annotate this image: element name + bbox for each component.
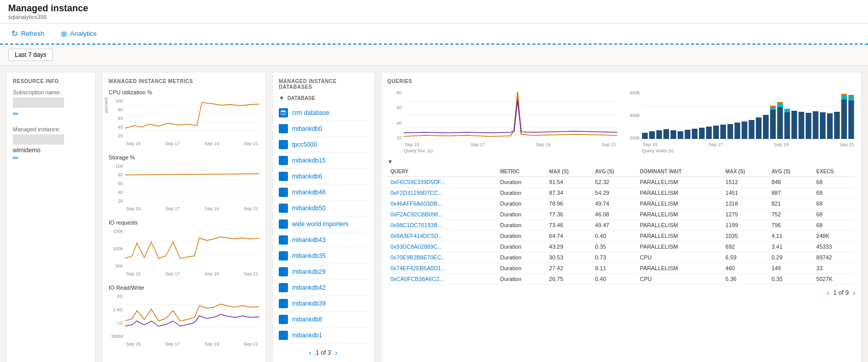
svg-rect-57 bbox=[848, 96, 854, 100]
list-item[interactable]: mibankdb46 bbox=[279, 185, 368, 200]
waits-y-label: Query Waits (s) bbox=[642, 148, 856, 153]
list-item[interactable]: mibankdb50 bbox=[279, 200, 368, 216]
max-s: 26.75 bbox=[546, 274, 592, 285]
table-header-row: ▼ bbox=[387, 158, 855, 165]
db-name: mibankdb50 bbox=[292, 205, 325, 212]
list-item[interactable]: crm database bbox=[279, 105, 368, 121]
svg-rect-30 bbox=[692, 129, 697, 139]
list-item[interactable]: mibankdb0 bbox=[279, 121, 368, 137]
list-item[interactable]: mibankdb6 bbox=[279, 169, 368, 185]
execs: 68 bbox=[813, 220, 855, 231]
col-avg-s: AVG (S) bbox=[592, 167, 636, 177]
wait-avg: 821 bbox=[769, 198, 813, 209]
cpu-y-label: percent bbox=[104, 97, 109, 113]
table-row[interactable]: 0x8A3EF414DC5D... Duration 64.74 0.40 PA… bbox=[387, 231, 855, 242]
db-item-icon bbox=[279, 315, 288, 324]
table-row[interactable]: 0xF2D31199D7CC... Duration 87.34 54.29 P… bbox=[387, 188, 855, 198]
time-range-button[interactable]: Last 7 days bbox=[8, 49, 53, 61]
col-query: QUERY bbox=[387, 167, 497, 177]
subscription-value bbox=[13, 97, 64, 108]
svg-rect-38 bbox=[749, 120, 754, 139]
db-column-label: DATABASE bbox=[287, 95, 315, 101]
list-item[interactable]: mibankdb15 bbox=[279, 153, 368, 169]
table-row[interactable]: 0x46AFF6A603DB... Duration 78.96 49.74 P… bbox=[387, 198, 855, 209]
list-item[interactable]: mibankdb42 bbox=[279, 280, 368, 296]
db-name: mibankdb46 bbox=[292, 189, 325, 196]
list-item[interactable]: wide world importers bbox=[279, 216, 368, 232]
list-item[interactable]: tpcc5000 bbox=[279, 137, 368, 153]
list-item[interactable]: mibankdb8 bbox=[279, 312, 368, 328]
io-requests-chart-container: IO requests 150k100k50k Sep 15Sep 17Sep … bbox=[109, 219, 259, 276]
managed-instance-group: Managed instance: wimidemo ✏ bbox=[13, 126, 89, 162]
list-item[interactable]: mibankdb1 bbox=[279, 328, 368, 344]
svg-rect-24 bbox=[649, 131, 654, 139]
svg-rect-25 bbox=[656, 130, 662, 139]
wait-avg: 0.35 bbox=[769, 274, 813, 285]
dur-y-axis: 80604020 bbox=[387, 89, 402, 140]
dominant-wait: PARALLELISM bbox=[637, 231, 722, 242]
subscription-edit-icon[interactable]: ✏ bbox=[13, 110, 19, 118]
storage-chart-title: Storage % bbox=[109, 154, 259, 160]
databases-panel: MANAGED INSTANCE DATABASES ▼ DATABASE cr… bbox=[272, 72, 375, 362]
resource-info-title: RESOURCE INFO bbox=[13, 78, 89, 84]
max-s: 77.36 bbox=[546, 209, 592, 220]
svg-rect-36 bbox=[734, 123, 740, 139]
db-item-icon bbox=[279, 124, 288, 133]
avg-s: 49.47 bbox=[592, 220, 636, 231]
db-name: mibankdb35 bbox=[292, 252, 325, 259]
refresh-button[interactable]: ↻ Refresh bbox=[8, 27, 48, 41]
db-item-icon bbox=[279, 219, 288, 229]
db-item-icon bbox=[279, 299, 288, 308]
db-prev-page-button[interactable]: ‹ bbox=[309, 349, 312, 357]
wait-avg: 4.11 bbox=[769, 231, 813, 242]
io-chart-svg bbox=[125, 228, 259, 269]
query-hash: 0x74EF42EB5A0D1... bbox=[387, 263, 497, 274]
execs: 45333 bbox=[813, 242, 855, 252]
metrics-title: MANAGED INSTANCE METRICS bbox=[109, 78, 259, 84]
list-item[interactable]: mibankdb43 bbox=[279, 232, 368, 248]
table-row[interactable]: 0xF2AC92CBB098... Duration 77.36 46.08 P… bbox=[387, 209, 855, 220]
db-item-icon bbox=[279, 331, 288, 340]
max-s: 73.46 bbox=[546, 220, 592, 231]
toolbar: ↻ Refresh ⊞ Analytics bbox=[0, 24, 868, 45]
queries-next-page-button[interactable]: › bbox=[853, 289, 855, 297]
table-row[interactable]: 0x93DC8A02889C... Duration 43.29 0.35 PA… bbox=[387, 242, 855, 252]
db-next-page-button[interactable]: › bbox=[335, 349, 338, 357]
table-row[interactable]: 0xCA0FCB38A6C2... Duration 26.75 0.40 CP… bbox=[387, 274, 855, 285]
managed-instance-value-box bbox=[13, 134, 64, 145]
metric: Duration bbox=[497, 188, 546, 198]
queries-prev-page-button[interactable]: ‹ bbox=[827, 289, 830, 297]
io-rw-chart-title: IO Read/Write bbox=[109, 285, 259, 291]
max-s: 27.42 bbox=[546, 263, 592, 274]
table-header: QUERY METRIC MAX (S) AVG (S) DOMINANT WA… bbox=[387, 167, 855, 177]
table-row[interactable]: 0x70E9B2B8E70EC... Duration 30.53 0.73 C… bbox=[387, 252, 855, 263]
list-item[interactable]: mibankdb35 bbox=[279, 248, 368, 264]
avg-s: 0.35 bbox=[592, 242, 636, 252]
db-item-icon bbox=[279, 235, 288, 245]
table-row[interactable]: 0x74EF42EB5A0D1... Duration 27.42 9.11 P… bbox=[387, 263, 855, 274]
db-item-icon bbox=[279, 108, 288, 117]
dominant-wait: PARALLELISM bbox=[637, 263, 722, 274]
refresh-icon: ↻ bbox=[11, 29, 18, 38]
table-row[interactable]: 0x98C1DC76193B... Duration 73.46 49.47 P… bbox=[387, 220, 855, 231]
query-hash: 0xF2AC92CBB098... bbox=[387, 209, 497, 220]
metric: Duration bbox=[497, 231, 546, 242]
list-item[interactable]: mibankdb39 bbox=[279, 296, 368, 312]
cpu-x-labels: Sep 15Sep 17Sep 19Sep 21 bbox=[125, 141, 259, 146]
list-item[interactable]: mibankdb29 bbox=[279, 264, 368, 280]
managed-instance-edit-icon[interactable]: ✏ bbox=[13, 154, 19, 162]
io-y-axis: 150k100k50k bbox=[109, 228, 123, 269]
waits-chart-svg bbox=[642, 89, 856, 140]
query-hash: 0xF6C59E339D5DF... bbox=[387, 177, 497, 188]
table-row[interactable]: 0xF6C59E339D5DF... Duration 91.54 52.32 … bbox=[387, 177, 855, 188]
db-item-icon bbox=[279, 172, 288, 181]
db-pagination: ‹ 1 of 3 › bbox=[279, 349, 368, 357]
db-name: mibankdb29 bbox=[292, 268, 325, 275]
analytics-button[interactable]: ⊞ Analytics bbox=[58, 28, 100, 40]
wait-avg: 752 bbox=[769, 209, 813, 220]
dominant-wait: PARALLELISM bbox=[637, 220, 722, 231]
io-requests-chart-title: IO requests bbox=[109, 219, 259, 226]
queries-charts-row: 80604020 Sep 15Sep 1 bbox=[387, 89, 855, 153]
col-max-s: MAX (S) bbox=[546, 167, 592, 177]
avg-s: 0.40 bbox=[592, 274, 636, 285]
